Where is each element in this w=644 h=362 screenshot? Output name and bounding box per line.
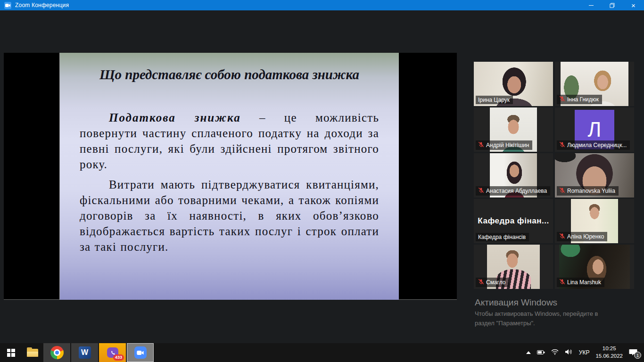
clock-date: 15.06.2022 xyxy=(595,353,623,360)
action-center-button[interactable]: 1 xyxy=(629,348,638,357)
zoom-window: Zoom Конференция × Що представляє собою … xyxy=(0,0,644,362)
participant-tile-smahlo[interactable]: Смагло xyxy=(474,245,553,289)
mic-muted-icon xyxy=(559,233,565,240)
language-indicator[interactable]: УКР xyxy=(579,349,590,356)
mic-muted-icon xyxy=(478,141,484,149)
watermark-line-1: Чтобы активировать Windows, перейдите в xyxy=(475,309,640,319)
hidden-icons-chevron-icon[interactable] xyxy=(526,351,531,354)
participant-name: Romanovska Yuliia xyxy=(567,188,615,194)
chrome-button[interactable] xyxy=(43,343,70,362)
battery-icon[interactable] xyxy=(537,348,545,357)
participant-name: Аліна Юренко xyxy=(567,233,604,240)
participant-name-label: Смагло xyxy=(476,278,509,287)
file-explorer-button[interactable] xyxy=(22,343,43,362)
participant-name: Смагло xyxy=(486,279,506,286)
participant-name-label: Інна Гнидюк xyxy=(557,95,602,104)
watermark-line-2: раздел "Параметры". xyxy=(475,319,640,328)
viber-button[interactable]: 433 xyxy=(99,343,126,362)
participants-gallery: Ірина Царук Інна Гнидюк Андрій Нікітішин… xyxy=(474,62,635,289)
participant-name: Людмила Середницк... xyxy=(567,142,627,148)
window-titlebar: Zoom Конференция × xyxy=(0,0,644,10)
participant-tile-inna-hnydiuk[interactable]: Інна Гнидюк xyxy=(555,62,634,106)
mic-muted-icon xyxy=(478,279,484,286)
participant-tile-liudmyla-serednytska[interactable]: Л Людмила Середницк... xyxy=(555,107,634,152)
participant-name-label: Людмила Середницк... xyxy=(557,140,630,150)
word-button[interactable]: W xyxy=(71,343,98,362)
taskbar: W 433 УКР 10:25 xyxy=(0,343,644,362)
zoom-app-icon xyxy=(4,2,11,9)
minimize-button[interactable] xyxy=(580,0,602,10)
mic-muted-icon xyxy=(559,187,565,195)
mic-muted-icon xyxy=(559,96,565,103)
mic-muted-icon xyxy=(478,187,484,195)
screen-share-area: Що представляє собою податкова знижка По… xyxy=(4,53,457,300)
participant-name: Ірина Царук xyxy=(478,97,510,103)
clock-time: 10:25 xyxy=(595,345,623,353)
avatar-letter: Л xyxy=(588,118,602,141)
mic-muted-icon xyxy=(559,141,565,149)
slide-title: Що представляє собою податкова знижка xyxy=(72,67,387,82)
participant-name-label: Romanovska Yuliia xyxy=(557,186,619,196)
start-icon xyxy=(7,349,15,357)
wifi-icon[interactable] xyxy=(551,348,559,357)
participant-name: Андрій Нікітішин xyxy=(486,142,529,148)
participant-tile-andrii-nikitishyn[interactable]: Андрій Нікітішин xyxy=(474,107,553,152)
viber-notification-badge: 433 xyxy=(113,354,124,361)
participant-name-label: Анастасия Абдуллаева xyxy=(476,186,550,196)
file-explorer-icon xyxy=(27,349,38,357)
participant-tile-anastasiia-abdullaeva[interactable]: Анастасия Абдуллаева xyxy=(474,153,553,197)
slide-term: Податкова знижка xyxy=(109,111,241,124)
window-title: Zoom Конференция xyxy=(15,2,69,8)
participant-tile-lina-marshuk[interactable]: Lina Marshuk xyxy=(555,245,634,289)
notification-count-badge: 1 xyxy=(634,352,641,359)
restore-button[interactable] xyxy=(602,0,623,10)
participant-tile-kafedra-finansiv[interactable]: Кафедра фінан... Кафедра фінансів xyxy=(474,199,553,243)
chrome-icon xyxy=(50,346,64,359)
participant-name: Кафедра фінансів xyxy=(478,234,526,240)
presentation-slide: Що представляє собою податкова знижка По… xyxy=(59,53,399,300)
participant-name: Анастасия Абдуллаева xyxy=(486,188,547,194)
close-button[interactable]: × xyxy=(623,0,644,10)
windows-activation-watermark: Активация Windows Чтобы активировать Win… xyxy=(475,297,640,328)
start-button[interactable] xyxy=(0,343,22,362)
slide-paragraph-2: Витрати мають підтверджуватися квитанція… xyxy=(80,177,379,255)
participant-name-label: Кафедра фінансів xyxy=(476,233,529,241)
speaker-icon[interactable] xyxy=(565,348,573,357)
slide-paragraph-1: Податкова знижка – це можливість поверну… xyxy=(80,110,379,172)
participant-name: Lina Marshuk xyxy=(567,279,601,286)
participant-name-label: Аліна Юренко xyxy=(557,232,607,241)
watermark-title: Активация Windows xyxy=(475,297,640,308)
participant-name-label: Андрій Нікітішин xyxy=(476,140,532,150)
zoom-taskbar-button[interactable] xyxy=(127,343,154,362)
participant-name-label: Ірина Царук xyxy=(476,96,513,104)
participant-name: Інна Гнидюк xyxy=(567,96,599,103)
zoom-icon xyxy=(134,346,147,359)
system-tray: УКР 10:25 15.06.2022 1 xyxy=(526,345,644,360)
word-icon: W xyxy=(79,346,91,359)
participant-tile-romanovska-yuliia[interactable]: Romanovska Yuliia xyxy=(555,153,634,197)
participant-tile-iryna-tsaruk[interactable]: Ірина Царук xyxy=(474,62,553,106)
participant-tile-alina-yurenko[interactable]: Аліна Юренко xyxy=(555,199,634,243)
mic-muted-icon xyxy=(559,279,565,286)
taskbar-clock[interactable]: 10:25 15.06.2022 xyxy=(595,345,623,360)
participant-name-label: Lina Marshuk xyxy=(557,278,604,287)
window-controls: × xyxy=(580,0,644,10)
